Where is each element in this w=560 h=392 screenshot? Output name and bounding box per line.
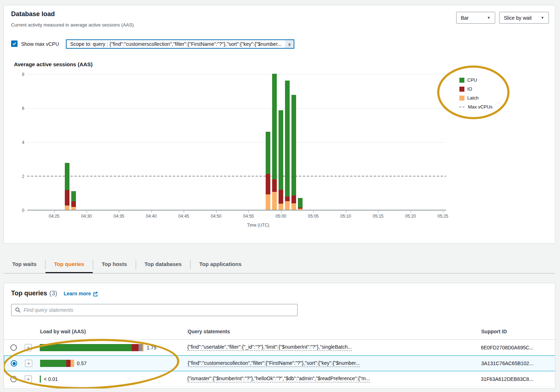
- tab-top-hosts[interactable]: Top hosts: [93, 256, 136, 273]
- x-axis-label: 04:35: [108, 214, 130, 219]
- max-vcpus-line: [27, 176, 446, 176]
- slice-by-dropdown[interactable]: Slice by wait ▼: [499, 12, 549, 24]
- support-id: 3A131C76AC65B102...: [481, 360, 555, 366]
- legend-item-latch[interactable]: Latch: [459, 93, 493, 102]
- expand-row-button[interactable]: +: [25, 360, 32, 367]
- bar-segment-latch: [71, 207, 76, 210]
- x-axis-label: 05:20: [400, 214, 421, 219]
- y-axis-label: 0: [14, 208, 24, 213]
- chevron-down-icon: ▼: [487, 16, 491, 20]
- x-axis-label: 04:25: [43, 214, 65, 219]
- database-load-panel: Database load Current activity measured …: [4, 5, 555, 243]
- bar-segment-latch: [285, 201, 290, 210]
- bar-segment-io: [71, 201, 76, 207]
- x-axis-label: 04:40: [141, 214, 162, 219]
- bar-segment-io: [285, 197, 290, 201]
- x-axis-tick: [87, 211, 87, 213]
- legend-item-max-vcpus[interactable]: Max vCPUs: [459, 102, 493, 111]
- table-header-row: Load by wait (AAS) Query statements Supp…: [4, 323, 555, 340]
- x-axis-tick: [54, 211, 54, 213]
- query-statement-link[interactable]: {"find":"customerscollection","filter":{…: [188, 360, 360, 367]
- tab-top-databases[interactable]: Top databases: [136, 256, 190, 273]
- show-max-vcpu-label: Show max vCPU: [21, 41, 59, 47]
- y-axis-label: 8: [14, 72, 24, 77]
- x-axis-label: 05:00: [270, 214, 292, 219]
- load-segment-cpu: [40, 376, 41, 383]
- scope-filter-text: Scope to: query : {"find":"customerscoll…: [67, 40, 285, 48]
- chart-bar-04:58[interactable]: [266, 132, 270, 210]
- x-axis-tick: [411, 211, 411, 213]
- table-row[interactable]: + 0.57 {"find":"customerscollection","fi…: [4, 355, 555, 371]
- chart-bar-05:01[interactable]: [285, 81, 290, 210]
- bar-segment-cpu: [71, 191, 76, 202]
- chart-legend: CPUIOLatchMax vCPUs: [459, 76, 493, 111]
- tab-top-queries[interactable]: Top queries: [45, 256, 93, 273]
- load-segment-latch: [71, 360, 74, 367]
- bar-segment-latch: [279, 204, 283, 210]
- row-radio[interactable]: [11, 360, 17, 367]
- y-axis-label: 2: [14, 174, 24, 179]
- tab-top-applications[interactable]: Top applications: [190, 256, 250, 273]
- x-axis-label: 05:10: [335, 214, 357, 219]
- column-header-support: Support ID: [481, 326, 555, 337]
- bar-segment-latch: [298, 209, 303, 210]
- search-input[interactable]: [24, 307, 294, 313]
- column-header-query: Query statements: [187, 326, 481, 337]
- legend-label: Max vCPUs: [468, 104, 493, 110]
- chart-bar-04:28[interactable]: [71, 191, 76, 210]
- load-by-wait-bar: [40, 344, 144, 351]
- check-icon: [12, 42, 16, 46]
- chart-bar-04:59[interactable]: [272, 74, 277, 210]
- slice-by-value: Slice by wait: [504, 15, 532, 21]
- legend-item-cpu[interactable]: CPU: [459, 76, 493, 84]
- x-axis-tick: [346, 211, 346, 213]
- row-radio[interactable]: [10, 376, 17, 382]
- x-axis-label: 04:30: [76, 214, 97, 219]
- table-title: Top queries: [11, 290, 47, 297]
- scope-filter-chip[interactable]: Scope to: query : {"find":"customerscoll…: [66, 39, 294, 49]
- external-link-icon: [93, 291, 98, 296]
- chart-bar-04:27[interactable]: [65, 163, 69, 210]
- chart-bar-05:02[interactable]: [291, 95, 296, 210]
- table-count: (3): [49, 290, 57, 297]
- show-max-vcpu-checkbox[interactable]: [11, 40, 18, 47]
- chart-bar-05:03[interactable]: [298, 198, 303, 210]
- x-axis-label: 05:05: [303, 214, 324, 219]
- x-axis-tick: [184, 211, 184, 213]
- x-axis-title: Time (UTC): [237, 223, 280, 228]
- tab-top-waits[interactable]: Top waits: [4, 256, 45, 273]
- legend-item-io[interactable]: IO: [459, 84, 493, 93]
- expand-row-button[interactable]: +: [25, 344, 32, 351]
- learn-more-link[interactable]: Learn more: [64, 291, 98, 296]
- bar-segment-io: [266, 174, 270, 194]
- bar-segment-io: [272, 179, 277, 192]
- x-axis-label: 04:45: [173, 214, 194, 219]
- load-value: 1.75: [146, 345, 156, 350]
- table-row[interactable]: + < 0.01 {"ismaster":{"$numberInt":"?"},…: [4, 371, 555, 387]
- bar-segment-latch: [291, 203, 296, 210]
- bar-segment-latch: [266, 194, 270, 210]
- panel-title: Database load: [11, 10, 55, 18]
- load-value: 0.57: [77, 360, 87, 366]
- tabs-bar: Top waitsTop queriesTop hostsTop databas…: [4, 256, 555, 274]
- x-axis-tick: [378, 211, 378, 213]
- search-icon: [15, 307, 21, 313]
- chart-bar-05:00[interactable]: [279, 110, 283, 210]
- x-axis-label: 05:25: [432, 214, 454, 219]
- row-radio[interactable]: [10, 344, 17, 351]
- legend-label: IO: [467, 86, 472, 92]
- bar-segment-latch: [65, 205, 69, 210]
- query-statement-link[interactable]: {"find":"usertable","filter":{"_id":"?"}…: [187, 344, 352, 351]
- query-statement-link[interactable]: {"ismaster":{"$numberInt":"?"},"helloOk"…: [187, 376, 370, 382]
- chart-type-value: Bar: [461, 15, 469, 21]
- scope-filter-close-icon[interactable]: x: [285, 40, 294, 48]
- panel-subtitle: Current activity measured in average act…: [11, 22, 134, 28]
- legend-swatch-icon: [459, 87, 464, 92]
- expand-row-button[interactable]: +: [25, 376, 32, 383]
- x-axis-baseline: [27, 210, 446, 210]
- legend-label: CPU: [467, 77, 477, 83]
- gridline-y8: [27, 74, 446, 74]
- chart-type-dropdown[interactable]: Bar ▼: [456, 12, 495, 24]
- load-segment-other: [139, 344, 143, 351]
- table-row[interactable]: + 1.75 {"find":"usertable","filter":{"_i…: [4, 340, 555, 355]
